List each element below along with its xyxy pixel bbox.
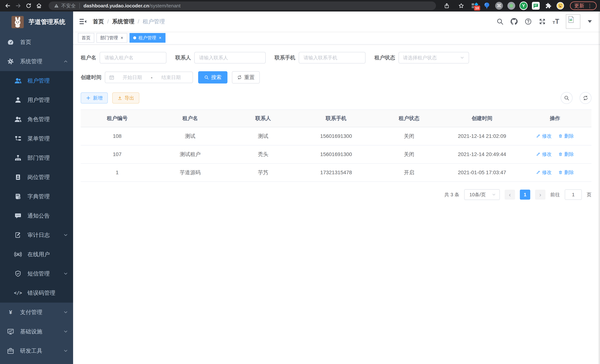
menu-tree-icon: [14, 135, 22, 142]
edit-link[interactable]: 修改: [536, 151, 552, 158]
browser-home-button[interactable]: [34, 0, 44, 11]
user-avatar[interactable]: [566, 14, 580, 29]
avatar-caret-down-icon[interactable]: [588, 20, 592, 23]
sidebar-item-pay[interactable]: ¥ 支付管理: [0, 303, 73, 322]
edit-pencil-icon: [536, 152, 540, 156]
help-question-icon[interactable]: [525, 18, 532, 25]
refresh-icon: [583, 95, 588, 101]
sidebar-item-dict[interactable]: 字典管理: [0, 187, 73, 206]
tag-home[interactable]: 首页: [78, 33, 94, 43]
create-time-range-picker[interactable]: 开始日期 - 结束日期: [105, 72, 193, 83]
extension-chat-icon[interactable]: [532, 2, 540, 10]
page-size-select[interactable]: 10条/页: [464, 189, 500, 200]
sidebar-item-notice[interactable]: 通知公告: [0, 206, 73, 225]
show-search-toggle-button[interactable]: [561, 92, 572, 104]
edit-link[interactable]: 修改: [536, 169, 552, 176]
sidebar-item-sms[interactable]: 短信管理: [0, 264, 73, 283]
dev-tools-icon: [7, 347, 14, 355]
browser-menu-icon[interactable]: ⋮: [587, 3, 592, 9]
pagination: 共 3 条 10条/页 ‹ 1 › 前往 页: [81, 189, 591, 200]
delete-link[interactable]: 删除: [558, 133, 574, 139]
extensions-puzzle-icon[interactable]: [544, 2, 552, 10]
breadcrumb: 首页 / 系统管理 / 租户管理: [93, 18, 165, 25]
export-button[interactable]: 导出: [112, 92, 139, 103]
sidebar-item-system[interactable]: 系统管理: [0, 52, 73, 71]
browser-back-button[interactable]: [3, 0, 13, 11]
sidebar-item-user[interactable]: 用户管理: [0, 90, 73, 110]
extension-command-icon[interactable]: ⌘: [495, 2, 503, 10]
fullscreen-icon[interactable]: [539, 18, 546, 25]
next-page-button[interactable]: ›: [535, 190, 545, 200]
broken-image-icon: [567, 15, 575, 24]
sidebar-item-dept[interactable]: 部门管理: [0, 148, 73, 168]
close-icon[interactable]: ×: [159, 36, 162, 40]
sidebar-item-post[interactable]: 岗位管理: [0, 168, 73, 187]
user-icon: [14, 96, 22, 104]
edit-pencil-icon: [536, 170, 540, 175]
current-page-button[interactable]: 1: [520, 190, 530, 200]
contact-name-input[interactable]: [194, 52, 266, 64]
prev-page-button[interactable]: ‹: [505, 190, 515, 200]
breadcrumb-home[interactable]: 首页: [93, 18, 104, 25]
github-icon[interactable]: [510, 18, 518, 25]
reset-button[interactable]: 重置: [232, 71, 260, 84]
extension-camera-icon[interactable]: [507, 2, 516, 10]
sidebar-item-dev-tools[interactable]: 研发工具: [0, 341, 73, 361]
tenant-name-input[interactable]: [100, 52, 166, 64]
sidebar-item-audit-log[interactable]: 审计日志: [0, 225, 73, 245]
sidebar: 芋道管理系统 首页 系统管理 租户管理 用户管理 角色管理: [0, 11, 73, 364]
sidebar-item-home[interactable]: 首页: [0, 32, 73, 52]
extension-grid-icon[interactable]: 10: [470, 2, 479, 10]
header-search-icon[interactable]: [496, 18, 504, 25]
announcement-icon: [14, 212, 22, 220]
browser-update-button[interactable]: 更新 ⋮: [570, 1, 597, 10]
url-path: /system/tenant: [149, 3, 180, 9]
sidebar-item-online-user[interactable]: 在线用户: [0, 245, 73, 264]
tag-tenant[interactable]: 租户管理 ×: [130, 33, 166, 43]
tenant-table: 租户编号 租户名 联系人 联系手机 租户状态 创建时间 操作 108 测试 测试…: [81, 110, 591, 182]
chevron-down-icon: [492, 192, 496, 197]
app-logo[interactable]: 芋道管理系统: [0, 11, 73, 32]
edit-pencil-icon: [536, 134, 540, 138]
post-badge-icon: [14, 173, 22, 181]
extension-balloon-icon[interactable]: [483, 2, 491, 10]
browser-reload-button[interactable]: [23, 0, 34, 11]
tenant-status-select[interactable]: 请选择租户状态: [399, 52, 469, 64]
sidebar-item-infra[interactable]: 基础设施: [0, 322, 73, 341]
profile-avatar[interactable]: [556, 2, 564, 10]
add-button[interactable]: 新增: [81, 92, 108, 103]
sms-shield-icon: [14, 270, 22, 278]
chevron-up-icon: [63, 59, 68, 64]
sidebar-collapse-icon[interactable]: [79, 17, 87, 26]
close-icon[interactable]: ×: [120, 36, 123, 40]
tag-dept[interactable]: 部门管理 ×: [96, 33, 127, 43]
search-button[interactable]: 搜索: [198, 71, 227, 84]
extension-y-icon[interactable]: Y: [519, 2, 528, 10]
total-count: 共 3 条: [444, 191, 459, 198]
bookmark-star-button[interactable]: [456, 0, 466, 11]
contact-mobile-label: 联系手机: [275, 54, 295, 61]
edit-link[interactable]: 修改: [536, 133, 552, 139]
sidebar-item-menu[interactable]: 菜单管理: [0, 129, 73, 148]
online-user-icon: [14, 251, 22, 258]
tags-view-bar: 首页 部门管理 × 租户管理 ×: [73, 32, 600, 45]
breadcrumb-system[interactable]: 系统管理: [112, 18, 134, 25]
contact-mobile-input[interactable]: [299, 52, 366, 64]
url-host: dashboard.yudao.iocoder.cn: [84, 3, 149, 9]
chevron-down-icon: [63, 310, 68, 315]
page-jump-input[interactable]: [565, 189, 582, 200]
tenant-name-label: 租户名: [81, 54, 96, 61]
address-bar[interactable]: 不安全 dashboard.yudao.iocoder.cn /system/t…: [49, 1, 436, 10]
refresh-table-button[interactable]: [580, 92, 591, 104]
page-content: 租户名 联系人 联系手机 租户状态 请选择租户状态: [73, 45, 600, 364]
sidebar-item-error-code[interactable]: </> 错误码管理: [0, 283, 73, 303]
share-button[interactable]: [441, 0, 452, 11]
delete-link[interactable]: 删除: [558, 169, 574, 176]
sidebar-item-role[interactable]: 角色管理: [0, 110, 73, 129]
delete-link[interactable]: 删除: [558, 151, 574, 158]
sidebar-item-tenant[interactable]: 租户管理: [0, 71, 73, 90]
chevron-down-icon: [460, 55, 465, 60]
font-size-icon[interactable]: TT: [553, 19, 559, 25]
browser-forward-button[interactable]: [13, 0, 23, 11]
yen-icon: ¥: [7, 308, 14, 316]
